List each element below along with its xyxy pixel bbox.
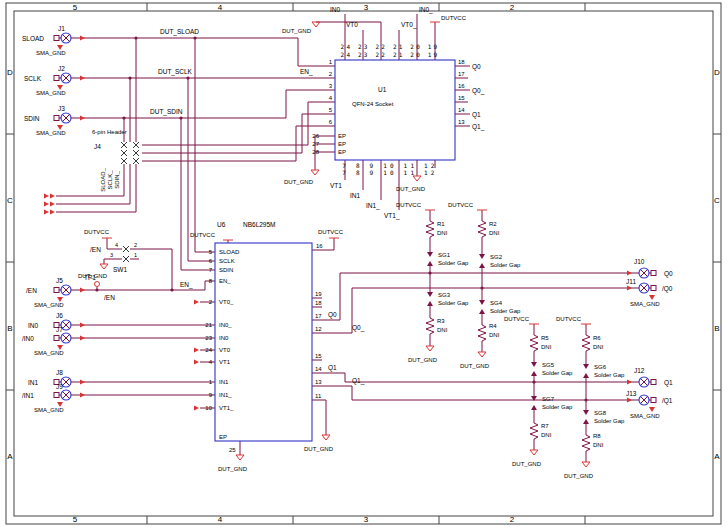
- frame-row-label: A: [7, 452, 13, 461]
- net-label-q0-b: Q0_: [472, 87, 485, 95]
- net-label-dut-gnd: DUT_GND: [512, 461, 542, 467]
- refdes-r5: R5: [541, 335, 549, 341]
- frame-col-label: 3: [364, 515, 369, 524]
- frame-col-label: 4: [218, 515, 223, 524]
- frame-row-label: D: [714, 68, 720, 77]
- u6-pin-number: 18: [315, 300, 322, 306]
- sma-connector-j10[interactable]: [639, 268, 656, 278]
- sma-connector-j12[interactable]: [639, 377, 656, 387]
- sma-connector-j3[interactable]: [54, 113, 71, 123]
- refdes-r6: R6: [593, 335, 601, 341]
- refdes-r8: R8: [593, 433, 601, 439]
- sma-connector-j1[interactable]: [54, 33, 71, 43]
- solder-gap-sg3[interactable]: [427, 292, 433, 306]
- sma-connector-j7[interactable]: [54, 333, 71, 343]
- sma-connector-j11[interactable]: [639, 283, 656, 293]
- u6-pin-name: VT1: [219, 359, 231, 365]
- header-j4[interactable]: 6-pin Header J4 SLOAD_ SCLK_ SDIN_: [92, 129, 139, 192]
- u1-pin-number: 13: [458, 119, 465, 125]
- u6-pin-number: 12: [315, 326, 322, 332]
- switch-pole-icon: [123, 256, 129, 262]
- frame-col-label: 5: [73, 515, 78, 524]
- refdes-j11: J11: [626, 278, 636, 285]
- u1-ep-pin-name: EP: [338, 141, 346, 147]
- schematic-page: 5 4 3 2 5 4 3 2 D C B A D C B A J1 SLOAD: [0, 0, 727, 527]
- dut-gnd-icon: [100, 264, 108, 269]
- sg5-label: Solder Gap: [542, 370, 573, 376]
- u6-pin-name: IN0: [219, 335, 229, 341]
- u1-pin-number: 2: [329, 71, 333, 77]
- u6-pin-number: 21: [205, 322, 212, 328]
- r4-value: DNI: [489, 332, 500, 338]
- u6-pin-number: 16: [316, 243, 323, 249]
- frame-outer-border: [6, 3, 721, 524]
- net-label-vt1: VT1: [330, 182, 342, 189]
- net-label-sdin-b: SDIN_: [114, 171, 120, 189]
- u1-ep-pin-name: EP: [338, 149, 346, 155]
- net-label-sma-gnd: SMA_GND: [34, 407, 64, 413]
- junction-dots: [95, 36, 587, 401]
- resistor-r6[interactable]: [582, 332, 590, 354]
- sg8-label: Solder Gap: [594, 418, 625, 424]
- u1-pin-number: 4: [329, 95, 333, 101]
- resistor-r2[interactable]: [478, 218, 486, 240]
- net-label-vt0: VT0: [346, 21, 358, 28]
- net-label-dut-gnd: DUT_GND: [396, 186, 426, 192]
- solder-gap-sg6[interactable]: [583, 364, 589, 378]
- output-connectors: J10 Q0 J11 /Q0 SMA_GND J12 Q1 J13 /Q1 SM…: [626, 258, 673, 419]
- refdes-j10: J10: [634, 258, 645, 265]
- ic-u6: U6 NB6L295M DUTVCC DUTVCC 16 5 SLOAD 6 S…: [190, 221, 365, 472]
- net-label-q1: Q1: [664, 379, 673, 387]
- solder-gap-sg5[interactable]: [531, 362, 537, 376]
- resistor-r1[interactable]: [426, 218, 434, 240]
- sg3-label: Solder Gap: [438, 300, 469, 306]
- sw1-pin-number: 1: [134, 252, 137, 258]
- resistor-r8[interactable]: [582, 432, 590, 454]
- frame-col-label: 2: [510, 515, 515, 524]
- frame-row-label: B: [714, 324, 719, 333]
- net-label-dut-sload: DUT_SLOAD: [160, 28, 199, 36]
- frame-row-label: C: [7, 196, 13, 205]
- solder-gap-sg1[interactable]: [427, 252, 433, 266]
- u1-pin-number: 16: [458, 83, 465, 89]
- u1-pin-number: 15: [458, 95, 465, 101]
- sw1-pin-number: 2: [134, 242, 137, 248]
- switch-pole-icon: [123, 246, 129, 252]
- switch-sw1[interactable]: DUTVCC /EN 4 2 3 1 SW1 DUT_GND: [78, 229, 137, 279]
- u1-pin-number: 14: [458, 107, 465, 113]
- u1-pin-number: 6: [329, 119, 333, 125]
- sma-connector-j5[interactable]: [54, 285, 71, 295]
- net-label-in1-b: /IN1: [22, 392, 34, 399]
- resistor-r5[interactable]: [530, 332, 538, 354]
- solder-gap-sg4[interactable]: [479, 300, 485, 314]
- sma-connector-j9[interactable]: [54, 390, 71, 400]
- frame-row-label: C: [714, 196, 720, 205]
- solder-gap-sg2[interactable]: [479, 254, 485, 268]
- sma-connector-j2[interactable]: [54, 73, 71, 83]
- net-label-q0: Q0: [472, 63, 481, 71]
- u6-pin-number: 15: [315, 353, 322, 359]
- net-label-q0: Q0: [328, 311, 337, 319]
- sma-connector-j13[interactable]: [639, 395, 656, 405]
- net-label-en-u6: EN_: [180, 281, 193, 289]
- header-pin-icon: [133, 150, 139, 156]
- net-label-sma-gnd: SMA_GND: [34, 350, 64, 356]
- refdes-sw1: SW1: [113, 266, 127, 273]
- testpoint-icon: [95, 282, 100, 287]
- resistor-r7[interactable]: [530, 420, 538, 442]
- u6-pin-name: SLOAD: [219, 249, 240, 255]
- net-label-q1: Q1: [472, 111, 481, 119]
- dut-gnd-icon: [426, 346, 434, 351]
- resistor-r4[interactable]: [478, 322, 486, 344]
- dut-gnd-icon: [478, 352, 486, 357]
- u6-pin-number: 17: [315, 313, 322, 319]
- refdes-u6: U6: [217, 221, 226, 228]
- net-label-sma-gnd: SMA_GND: [630, 301, 660, 307]
- frame-row-label: B: [7, 324, 12, 333]
- net-label-sload: SLOAD: [22, 35, 44, 42]
- u1-body[interactable]: [335, 60, 455, 160]
- solder-gap-sg7[interactable]: [531, 396, 537, 410]
- solder-gap-sg8[interactable]: [583, 410, 589, 424]
- u1-top-pin-numbers: 24 23 22 21 20 19: [341, 51, 440, 58]
- resistor-r3[interactable]: [426, 315, 434, 337]
